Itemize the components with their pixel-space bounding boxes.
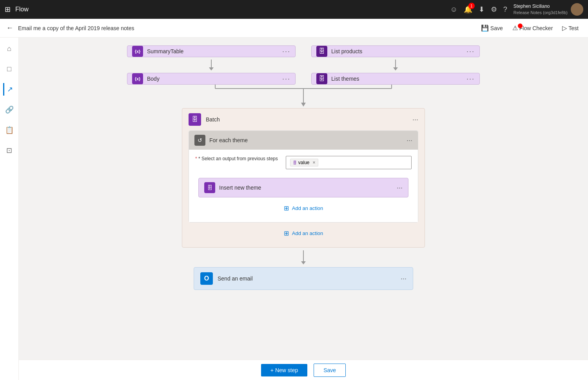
insert-menu[interactable]: ··· bbox=[397, 184, 403, 192]
select-row: * * Select an output from previous steps… bbox=[195, 156, 412, 174]
test-label: Test bbox=[568, 25, 579, 31]
outlook-icon: O bbox=[200, 272, 213, 285]
main-canvas: {x} SummaryTable ··· {x} Body ··· bbox=[19, 38, 588, 380]
batch-container: 🗄 Batch ··· ↺ For each theme ··· * * Sel… bbox=[182, 108, 425, 248]
arrow-1 bbox=[209, 57, 214, 73]
back-button[interactable]: ← bbox=[6, 24, 13, 32]
secondary-header: ← Email me a copy of the April 2019 rele… bbox=[0, 19, 588, 38]
body-label: Body bbox=[147, 76, 278, 82]
summary-table-menu[interactable]: ··· bbox=[282, 47, 290, 56]
test-icon: ▷ bbox=[562, 24, 567, 32]
left-column: {x} SummaryTable ··· {x} Body ··· bbox=[127, 45, 296, 85]
help-icon[interactable]: ? bbox=[503, 5, 507, 14]
tag-icon: 🗄 bbox=[293, 161, 297, 165]
top-navigation: ⊞ Flow ☺ 🔔 1 ⬇ ⚙ ? Stephen Siciliano Rel… bbox=[0, 0, 588, 19]
for-each-body: * * Select an output from previous steps… bbox=[189, 150, 418, 222]
body-icon: {x} bbox=[132, 73, 143, 84]
send-email-label: Send an email bbox=[218, 275, 396, 282]
save-label: Save bbox=[490, 25, 503, 31]
save-bottom-button[interactable]: Save bbox=[314, 364, 346, 377]
download-icon[interactable]: ⬇ bbox=[479, 5, 485, 14]
sidebar-item-connections[interactable]: 🔗 bbox=[3, 103, 16, 116]
arrow-batch-email bbox=[301, 248, 306, 267]
settings-icon[interactable]: ⚙ bbox=[491, 5, 497, 14]
for-each-header[interactable]: ↺ For each theme ··· bbox=[189, 131, 418, 150]
flow-checker-button[interactable]: ⚠ Flow Checker bbox=[512, 24, 553, 32]
svg-marker-4 bbox=[301, 103, 306, 107]
add-action-batch-icon: ⊞ bbox=[284, 230, 289, 237]
test-button[interactable]: ▷ Test bbox=[559, 23, 582, 33]
list-themes-menu[interactable]: ··· bbox=[466, 75, 475, 83]
batch-header[interactable]: 🗄 Batch ··· bbox=[182, 109, 425, 130]
send-email-menu[interactable]: ··· bbox=[401, 275, 407, 283]
breadcrumb: Email me a copy of the April 2019 releas… bbox=[18, 25, 473, 31]
merge-svg bbox=[127, 85, 480, 108]
batch-menu[interactable]: ··· bbox=[412, 116, 418, 124]
left-sidebar: ⌂ □ ↗ 🔗 📋 ⊡ bbox=[0, 38, 19, 380]
user-info: Stephen Siciliano Release Notes (org3d1f… bbox=[514, 3, 583, 16]
add-action-batch-label: Add an action bbox=[292, 230, 323, 236]
notification-badge: 1 bbox=[468, 3, 475, 9]
save-button[interactable]: 💾 Save bbox=[478, 23, 506, 33]
body-step[interactable]: {x} Body ··· bbox=[127, 73, 296, 85]
for-each-icon: ↺ bbox=[194, 135, 205, 146]
summary-table-icon: {x} bbox=[132, 46, 143, 57]
tag-value: value bbox=[298, 160, 310, 165]
nav-icons-group: ☺ 🔔 1 ⬇ ⚙ ? Stephen Siciliano Release No… bbox=[450, 3, 583, 16]
list-themes-label: List themes bbox=[331, 76, 463, 82]
add-action-inner-icon: ⊞ bbox=[284, 204, 289, 212]
summary-table-label: SummaryTable bbox=[147, 48, 278, 54]
add-action-inner-label: Add an action bbox=[292, 205, 323, 211]
header-actions: 💾 Save ⚠ Flow Checker ▷ Test bbox=[478, 23, 582, 33]
add-action-inner-button[interactable]: ⊞ Add an action bbox=[195, 201, 412, 216]
sidebar-item-data[interactable]: 📋 bbox=[3, 124, 16, 136]
sidebar-item-templates[interactable]: □ bbox=[3, 63, 16, 75]
emoji-icon[interactable]: ☺ bbox=[450, 5, 457, 14]
value-tag: 🗄 value × bbox=[290, 159, 318, 166]
user-name: Stephen Siciliano Release Notes (org3d1f… bbox=[514, 4, 568, 15]
value-input[interactable]: 🗄 value × bbox=[286, 156, 412, 169]
required-star: * bbox=[195, 156, 198, 161]
sidebar-item-home[interactable]: ⌂ bbox=[3, 42, 16, 55]
new-step-button[interactable]: + New step bbox=[261, 364, 307, 376]
select-label: * * Select an output from previous steps bbox=[195, 156, 278, 161]
for-each-menu[interactable]: ··· bbox=[407, 136, 412, 145]
batch-icon: 🗄 bbox=[189, 113, 201, 126]
save-icon: 💾 bbox=[481, 24, 489, 32]
waffle-icon[interactable]: ⊞ bbox=[5, 5, 11, 14]
parallel-top-section: {x} SummaryTable ··· {x} Body ··· bbox=[127, 45, 480, 85]
flow-checker-icon: ⚠ bbox=[512, 24, 518, 32]
outlook-letter: O bbox=[204, 275, 209, 282]
avatar[interactable] bbox=[571, 3, 583, 16]
sidebar-item-flows[interactable]: ↗ bbox=[3, 83, 16, 96]
insert-label: Insert new theme bbox=[219, 185, 393, 191]
add-action-batch-button[interactable]: ⊞ Add an action bbox=[182, 226, 425, 241]
insert-new-theme-step[interactable]: 🗄 Insert new theme ··· bbox=[198, 178, 408, 197]
flow-content: {x} SummaryTable ··· {x} Body ··· bbox=[34, 45, 572, 380]
send-email-step[interactable]: O Send an email ··· bbox=[194, 267, 413, 290]
list-themes-icon: 🗄 bbox=[316, 73, 327, 84]
sidebar-item-solutions[interactable]: ⊡ bbox=[3, 144, 16, 157]
body-menu[interactable]: ··· bbox=[282, 75, 290, 83]
merge-connector bbox=[127, 85, 480, 108]
list-products-menu[interactable]: ··· bbox=[466, 47, 475, 56]
flow-checker-label: Flow Checker bbox=[519, 25, 553, 31]
list-products-step[interactable]: 🗄 List products ··· bbox=[311, 45, 480, 57]
tag-close-button[interactable]: × bbox=[312, 160, 315, 165]
list-themes-step[interactable]: 🗄 List themes ··· bbox=[311, 73, 480, 85]
bottom-toolbar: + New step Save bbox=[19, 360, 588, 380]
notification-icon[interactable]: 🔔 1 bbox=[464, 5, 472, 14]
for-each-label: For each theme bbox=[209, 137, 403, 143]
for-each-container: ↺ For each theme ··· * * Select an outpu… bbox=[189, 130, 418, 223]
list-products-icon: 🗄 bbox=[316, 46, 327, 57]
batch-title: Batch bbox=[206, 116, 408, 123]
app-title: Flow bbox=[15, 6, 445, 13]
flow-checker-badge bbox=[518, 24, 523, 28]
arrow-2 bbox=[393, 57, 398, 73]
summary-table-step[interactable]: {x} SummaryTable ··· bbox=[127, 45, 296, 57]
right-column: 🗄 List products ··· 🗄 List themes ··· bbox=[311, 45, 480, 85]
list-products-label: List products bbox=[331, 48, 463, 54]
insert-icon: 🗄 bbox=[204, 182, 215, 193]
